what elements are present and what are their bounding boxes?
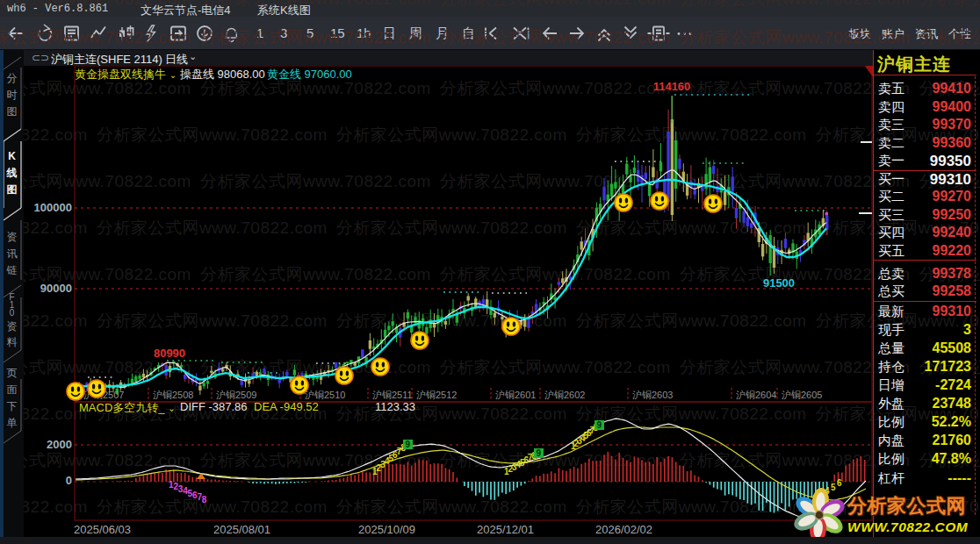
svg-text:沪铜2604: 沪铜2604 xyxy=(736,390,776,400)
svg-text:沪铜2512: 沪铜2512 xyxy=(416,390,457,400)
svg-text:沪铜2509: 沪铜2509 xyxy=(216,390,256,400)
svg-text:沪铜2508: 沪铜2508 xyxy=(153,390,193,400)
svg-text:80990: 80990 xyxy=(154,347,185,360)
svg-text:沪铜2605: 沪铜2605 xyxy=(782,390,822,400)
svg-text:9: 9 xyxy=(406,440,411,449)
svg-text:9: 9 xyxy=(597,420,602,430)
svg-text:8: 8 xyxy=(202,495,207,505)
svg-text:9: 9 xyxy=(537,448,542,458)
svg-text:沪铜2511: 沪铜2511 xyxy=(372,390,413,400)
svg-text:114160: 114160 xyxy=(653,80,691,93)
svg-text:91500: 91500 xyxy=(763,276,795,290)
svg-text:沪铜2602: 沪铜2602 xyxy=(544,390,585,400)
svg-text:沪铜2601: 沪铜2601 xyxy=(495,390,536,400)
svg-text:沪铜2510: 沪铜2510 xyxy=(305,390,345,400)
svg-text:沪铜2603: 沪铜2603 xyxy=(632,390,673,400)
